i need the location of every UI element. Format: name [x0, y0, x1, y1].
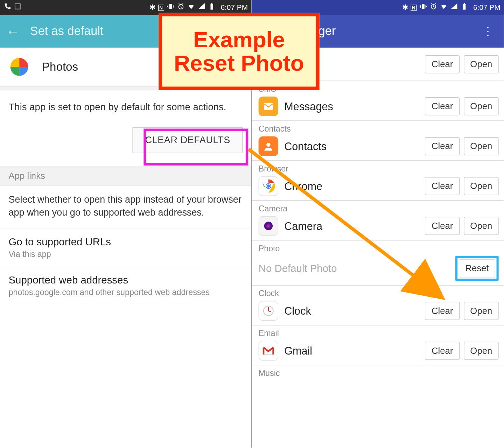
app-links-header: App links [0, 166, 251, 186]
app-links-description: Select whether to open this app instead … [0, 186, 251, 229]
category-label: Browser [259, 164, 499, 174]
supported-addresses-row[interactable]: Supported web addresses photos.google.co… [0, 267, 251, 305]
wifi-calling-icon [4, 2, 11, 12]
list-item-browser: Browser Chrome Clear Open [252, 161, 504, 201]
clear-button[interactable]: Clear [425, 302, 460, 320]
row-subtitle: photos.google.com and other supported we… [9, 288, 243, 297]
list-item-photo: Photo No Default Photo Reset [252, 240, 504, 286]
row-title: Supported web addresses [9, 274, 243, 286]
open-button[interactable]: Open [464, 55, 499, 73]
battery-icon [460, 2, 468, 12]
svg-rect-1 [169, 4, 172, 9]
back-icon[interactable]: ← [6, 23, 20, 39]
open-button[interactable]: Open [464, 137, 499, 155]
chrome-app-icon [259, 176, 278, 196]
nfc-icon: N [411, 5, 416, 10]
open-button[interactable]: Open [464, 342, 499, 359]
clock-app-icon [259, 301, 278, 321]
clear-button[interactable]: Clear [425, 137, 460, 155]
svg-point-18 [267, 225, 270, 227]
camera-app-icon [259, 216, 278, 236]
vibrate-icon [167, 2, 174, 12]
contacts-app-icon [259, 136, 278, 156]
app-name: Messages [284, 100, 419, 113]
signal-icon [450, 2, 458, 12]
nfc-icon: N [158, 5, 164, 10]
open-button[interactable]: Open [464, 302, 499, 320]
app-name: Chrome [284, 180, 419, 192]
open-button[interactable]: Open [464, 177, 499, 195]
status-time: 6:07 PM [220, 3, 248, 12]
row-subtitle: Via this app [9, 250, 243, 259]
battery-icon [208, 2, 216, 12]
annotation-line-1: Example [174, 28, 304, 51]
row-title: Go to supported URLs [9, 236, 243, 247]
svg-point-15 [267, 184, 270, 188]
default-description: This app is set to open by default for s… [9, 101, 243, 114]
default-description-block: This app is set to open by default for s… [0, 90, 251, 166]
list-item-contacts: Contacts Contacts Clear Open [252, 121, 504, 161]
list-item-clock: Clock Clock Clear Open [252, 286, 504, 326]
reset-highlight: Reset [455, 256, 499, 281]
status-time: 6:07 PM [473, 3, 500, 12]
messages-app-icon [259, 97, 278, 116]
screen-title: Set as default [30, 24, 104, 38]
list-item-music: Music [252, 365, 504, 385]
category-label: Camera [259, 204, 499, 214]
app-name: Photos [42, 60, 78, 74]
category-label: Email [259, 329, 499, 338]
annotation-line-2: Reset Photo [174, 51, 304, 75]
clear-button[interactable]: Clear [425, 217, 460, 235]
category-label: Music [259, 369, 499, 378]
clear-defaults-button[interactable]: CLEAR DEFAULTS [133, 127, 243, 153]
clear-button[interactable]: Clear [425, 342, 460, 359]
clear-button[interactable]: Clear [425, 55, 460, 73]
app-name: Camera [284, 220, 419, 232]
svg-rect-4 [211, 3, 212, 4]
supported-urls-row[interactable]: Go to supported URLs Via this app [0, 229, 251, 267]
clear-button[interactable]: Clear [425, 177, 460, 195]
svg-rect-3 [210, 4, 213, 10]
list-item-email: Email Gmail Clear Open [252, 326, 504, 365]
gmail-app-icon [259, 341, 278, 360]
app-manager-list[interactable]: Clear Open SMS Messages Clear Open [252, 48, 504, 448]
category-label: Contacts [259, 124, 499, 134]
overflow-menu-icon[interactable]: ⋮ [478, 24, 498, 38]
wifi-icon [187, 2, 195, 12]
bluetooth-icon: ✱ [149, 3, 155, 12]
app-name: Clock [284, 304, 419, 317]
app-name: Gmail [284, 344, 419, 357]
svg-rect-7 [463, 4, 465, 10]
open-button[interactable]: Open [464, 217, 499, 235]
no-default-placeholder: No Default Photo [259, 259, 449, 278]
open-button[interactable]: Open [464, 97, 499, 115]
alarm-icon [429, 2, 437, 12]
svg-point-10 [266, 143, 270, 147]
vibrate-icon [419, 2, 427, 12]
clear-button[interactable]: Clear [425, 97, 460, 115]
photos-app-icon [9, 56, 30, 77]
screenshot-icon [14, 2, 21, 12]
wifi-icon [440, 2, 447, 12]
reset-button[interactable]: Reset [459, 259, 495, 277]
category-label: Clock [259, 289, 499, 299]
alarm-icon [177, 2, 185, 12]
list-item-camera: Camera Camera Clear Open [252, 201, 504, 240]
svg-rect-8 [463, 3, 465, 4]
svg-rect-5 [422, 4, 424, 9]
annotation-callout: Example Reset Photo [159, 13, 319, 90]
svg-rect-0 [15, 4, 20, 9]
category-label: Photo [259, 244, 499, 253]
signal-icon [197, 2, 205, 12]
bluetooth-icon: ✱ [402, 3, 408, 12]
app-name: Contacts [284, 140, 419, 153]
